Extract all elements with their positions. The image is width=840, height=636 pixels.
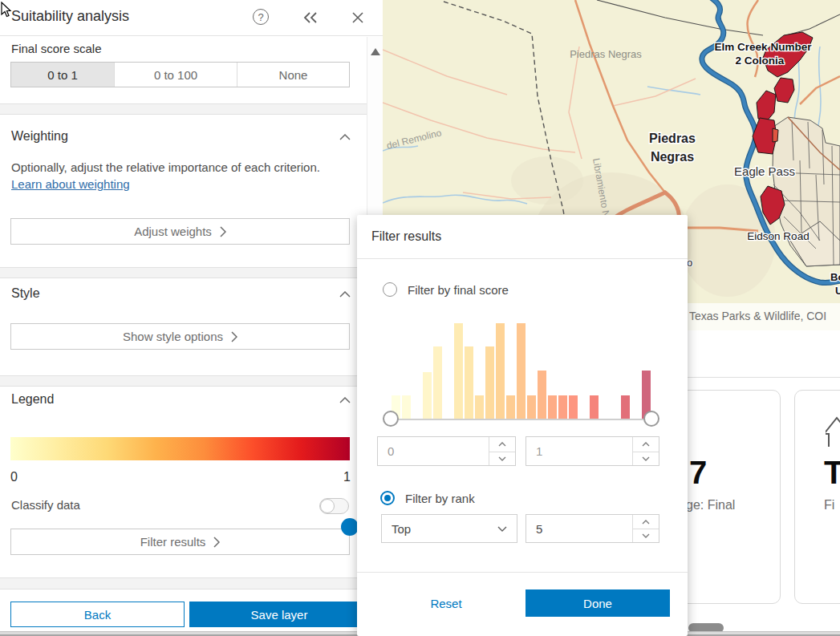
segment-0-to-1[interactable]: 0 to 1 [11, 63, 114, 87]
histogram-bar [527, 395, 536, 419]
reset-button[interactable]: Reset [406, 589, 486, 617]
label-elm-creek-2: 2 Colonia [736, 55, 785, 67]
stat-caption: Fi [824, 498, 834, 512]
rank-count-input[interactable] [526, 515, 632, 542]
histogram-bin [568, 315, 578, 419]
min-score-input-group [377, 436, 516, 466]
chevron-up-icon [498, 442, 506, 447]
histogram-bin [474, 315, 485, 419]
max-score-input-group [526, 436, 659, 466]
show-style-options-button[interactable]: Show style options [10, 323, 350, 350]
radio-selected-icon[interactable] [380, 491, 395, 505]
rank-direction-select[interactable]: Top [381, 514, 517, 543]
adjust-weights-label: Adjust weights [134, 225, 212, 238]
chevron-up-icon [642, 520, 650, 525]
chevron-up-icon[interactable] [339, 134, 351, 140]
chevron-down-icon [497, 526, 507, 532]
filter-active-indicator [341, 518, 359, 536]
label-eidson-road: Eidson Road [747, 230, 809, 242]
min-score-input[interactable] [378, 437, 489, 465]
histogram-bar [402, 395, 411, 419]
close-icon [351, 11, 364, 24]
classify-data-label: Classify data [11, 498, 80, 512]
stepper-down-button[interactable] [633, 452, 659, 466]
histogram-bin [422, 315, 432, 419]
histogram-bin [464, 315, 474, 419]
chevron-right-icon [220, 226, 226, 237]
histogram-bin [526, 315, 537, 419]
chevron-right-icon [213, 537, 220, 548]
toggle-knob [320, 499, 335, 513]
stepper-down-button[interactable] [633, 529, 659, 542]
stepper-up-button[interactable] [633, 515, 659, 529]
histogram-bar [433, 346, 442, 419]
label-piedras-city-2: Negras [651, 150, 694, 164]
histogram-bar [475, 395, 484, 419]
back-button[interactable]: Back [10, 602, 185, 627]
section-separator [0, 267, 367, 278]
histogram-bin [391, 315, 401, 419]
histogram-bar [558, 395, 567, 419]
stat-value: T [824, 455, 840, 491]
filter-by-score-radio-row[interactable]: Filter by final score [383, 282, 509, 297]
rank-count-stepper [632, 515, 659, 542]
close-panel-button[interactable] [349, 9, 367, 26]
rank-direction-value: Top [392, 522, 411, 536]
chevron-down-icon [498, 456, 506, 461]
legend-color-ramp [10, 437, 350, 460]
label-elm-creek-1: Elm Creek Number [715, 41, 813, 53]
chevron-up-icon[interactable] [339, 291, 351, 298]
slider-handle-max[interactable] [643, 411, 659, 427]
final-score-scale-label: Final score scale [11, 42, 102, 55]
save-layer-button[interactable]: Save layer [189, 602, 369, 627]
rank-count-input-group [526, 514, 659, 543]
stepper-up-button[interactable] [489, 437, 515, 452]
classify-data-toggle[interactable] [319, 498, 349, 514]
panel-header: Suitability analysis ? [0, 0, 383, 36]
show-style-options-label: Show style options [123, 330, 223, 343]
filter-results-dialog: Filter results Filter by final score [357, 215, 688, 636]
chevron-up-icon[interactable] [339, 397, 351, 403]
dialog-footer-divider [357, 572, 688, 573]
app-screen: Piedras Negras Piedras Negras Eagle Pass… [0, 0, 840, 636]
histogram-bin [547, 315, 558, 419]
label-piedras-negras-area: Piedras Negras [570, 48, 642, 60]
help-button[interactable]: ? [252, 8, 270, 26]
max-score-input[interactable] [526, 437, 632, 465]
scroll-up-arrow-icon[interactable] [371, 48, 380, 55]
learn-about-weighting-link[interactable]: Learn about weighting [11, 177, 130, 191]
min-score-stepper [489, 437, 515, 465]
section-separator [0, 103, 367, 115]
filter-by-rank-radio-row[interactable]: Filter by rank [380, 491, 475, 505]
histogram-bar [485, 346, 494, 419]
stepper-up-button[interactable] [633, 437, 659, 452]
segment-none[interactable]: None [237, 63, 349, 87]
histogram-bin [558, 315, 568, 419]
collapse-panel-button[interactable] [302, 9, 319, 26]
chevron-up-icon [642, 442, 650, 447]
slider-handle-min[interactable] [383, 411, 399, 427]
histogram-bar [569, 395, 578, 419]
up-arrow-icon [826, 416, 840, 448]
dialog-header-divider [357, 258, 688, 259]
chevron-down-icon [642, 533, 650, 538]
final-score-scale-segmented: 0 to 1 0 to 100 None [10, 62, 350, 87]
label-u: U [835, 285, 840, 297]
stat-card-top: T Fi [794, 390, 840, 604]
histogram-bar [517, 323, 526, 419]
footer-separator [0, 577, 367, 589]
histogram-bin [412, 315, 422, 419]
score-range-slider-track[interactable] [391, 419, 651, 420]
label-bo: Bo [830, 271, 840, 283]
histogram-bin [505, 315, 516, 419]
done-button[interactable]: Done [526, 589, 670, 617]
histogram-bar [423, 372, 432, 419]
stepper-down-button[interactable] [489, 452, 515, 466]
histogram-bin [620, 315, 631, 419]
panel-title: Suitability analysis [11, 8, 129, 25]
segment-0-to-100[interactable]: 0 to 100 [114, 63, 237, 87]
filter-results-button[interactable]: Filter results [10, 529, 350, 555]
adjust-weights-button[interactable]: Adjust weights [10, 218, 350, 245]
radio-unselected-icon[interactable] [383, 282, 397, 297]
histogram-bin [401, 315, 412, 419]
